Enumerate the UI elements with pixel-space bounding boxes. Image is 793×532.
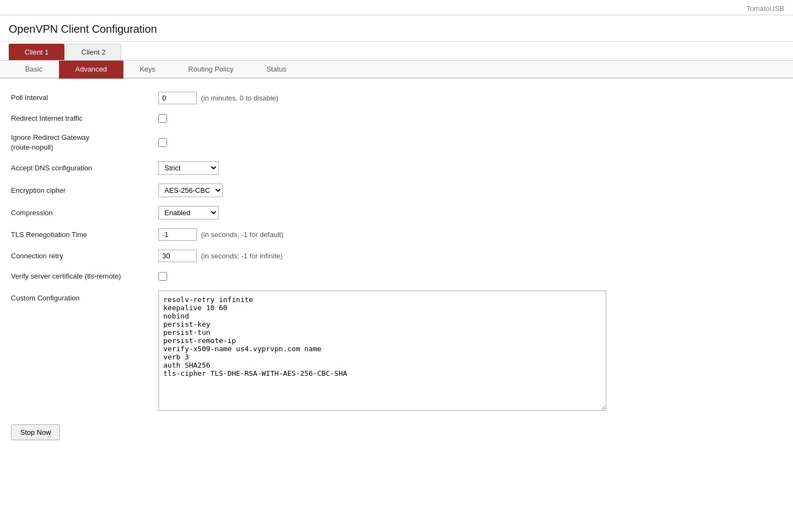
- client-tab-1[interactable]: Client 1: [9, 44, 64, 60]
- poll-interval-input[interactable]: [158, 92, 197, 104]
- accept-dns-row: Accept DNS configuration Disabled Relaxe…: [11, 157, 782, 179]
- tls-renegotiation-control: (in seconds, -1 for default): [158, 228, 283, 241]
- poll-interval-label: Poll Interval: [11, 93, 158, 103]
- redirect-internet-checkbox[interactable]: [158, 114, 167, 123]
- tls-renegotiation-hint: (in seconds, -1 for default): [201, 230, 283, 239]
- poll-interval-row: Poll Interval (in minutes, 0 to disable): [11, 87, 782, 109]
- tab-status[interactable]: Status: [250, 61, 303, 79]
- ignore-redirect-checkbox[interactable]: [158, 138, 167, 147]
- sub-tabs: Basic Advanced Keys Routing Policy Statu…: [0, 61, 793, 79]
- poll-interval-control: (in minutes, 0 to disable): [158, 92, 279, 104]
- client-tabs: Client 1 Client 2: [0, 44, 793, 61]
- redirect-internet-row: Redirect Internet traffic: [11, 109, 782, 128]
- verify-server-cert-label: Verify server certificate (tls-remote): [11, 271, 158, 281]
- custom-config-control: resolv-retry infinite keepalive 10 60 no…: [158, 291, 606, 412]
- verify-server-cert-row: Verify server certificate (tls-remote): [11, 267, 782, 286]
- compression-select[interactable]: Disabled Enabled Adaptive: [158, 206, 218, 220]
- button-row: Stop Now: [11, 417, 782, 445]
- connection-retry-input[interactable]: [158, 250, 197, 262]
- encryption-cipher-row: Encryption cipher None AES-128-CBC AES-1…: [11, 179, 782, 202]
- stop-now-button[interactable]: Stop Now: [11, 424, 60, 440]
- client-tab-2[interactable]: Client 2: [66, 44, 121, 60]
- encryption-cipher-select[interactable]: None AES-128-CBC AES-192-CBC AES-256-CBC…: [158, 184, 223, 197]
- tab-keys[interactable]: Keys: [123, 61, 172, 79]
- ignore-redirect-control: [158, 138, 167, 147]
- connection-retry-label: Connection retry: [11, 251, 158, 261]
- redirect-internet-label: Redirect Internet traffic: [11, 114, 158, 123]
- custom-config-label: Custom Configuration: [11, 291, 158, 302]
- tab-basic[interactable]: Basic: [9, 61, 59, 79]
- tab-advanced[interactable]: Advanced: [59, 61, 123, 79]
- accept-dns-control: Disabled Relaxed Strict Exclusive: [158, 161, 218, 175]
- tls-renegotiation-row: TLS Renegotiation Time (in seconds, -1 f…: [11, 224, 782, 245]
- compression-control: Disabled Enabled Adaptive: [158, 206, 218, 220]
- compression-row: Compression Disabled Enabled Adaptive: [11, 202, 782, 224]
- connection-retry-hint: (in seconds; -1 for infinite): [201, 252, 283, 260]
- verify-server-cert-control: [158, 272, 167, 281]
- redirect-internet-control: [158, 114, 167, 123]
- connection-retry-row: Connection retry (in seconds; -1 for inf…: [11, 245, 782, 267]
- brand-label: TomatoUSB: [0, 0, 793, 15]
- content-area: Poll Interval (in minutes, 0 to disable)…: [0, 79, 793, 453]
- ignore-redirect-label: Ignore Redirect Gateway(route-nopull): [11, 133, 158, 152]
- connection-retry-control: (in seconds; -1 for infinite): [158, 250, 283, 262]
- tls-renegotiation-input[interactable]: [158, 228, 197, 241]
- encryption-cipher-label: Encryption cipher: [11, 186, 158, 196]
- encryption-cipher-control: None AES-128-CBC AES-192-CBC AES-256-CBC…: [158, 184, 223, 197]
- verify-server-cert-checkbox[interactable]: [158, 272, 167, 281]
- custom-config-textarea[interactable]: resolv-retry infinite keepalive 10 60 no…: [158, 291, 606, 411]
- poll-interval-hint: (in minutes, 0 to disable): [201, 94, 279, 102]
- custom-config-row: Custom Configuration resolv-retry infini…: [11, 286, 782, 417]
- accept-dns-select[interactable]: Disabled Relaxed Strict Exclusive: [158, 161, 218, 175]
- accept-dns-label: Accept DNS configuration: [11, 163, 158, 173]
- ignore-redirect-row: Ignore Redirect Gateway(route-nopull): [11, 128, 782, 157]
- page-title: OpenVPN Client Configuration: [0, 15, 793, 41]
- tls-renegotiation-label: TLS Renegotiation Time: [11, 230, 158, 240]
- compression-label: Compression: [11, 208, 158, 218]
- tab-routing-policy[interactable]: Routing Policy: [172, 61, 250, 79]
